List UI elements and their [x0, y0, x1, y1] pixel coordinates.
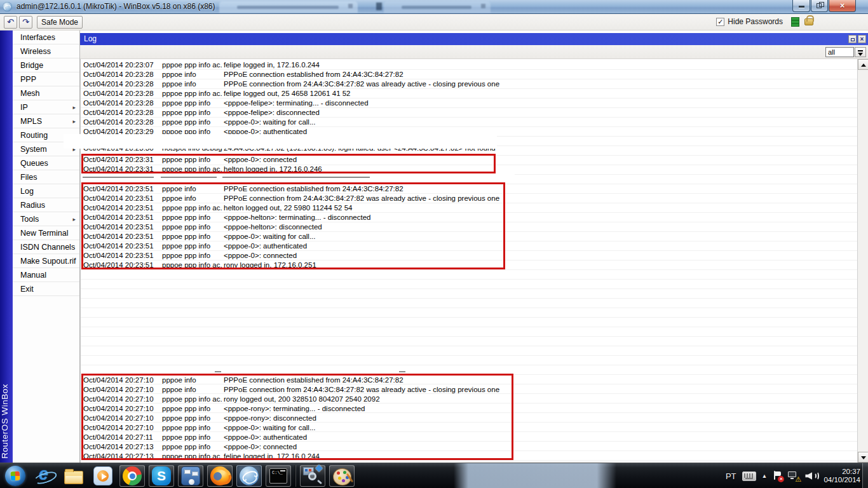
log-restore-button[interactable]	[848, 35, 857, 43]
log-cell: felipe logged out, 25 4658 12061 41 52	[224, 89, 856, 98]
taskbar-button-firefox[interactable]	[207, 465, 233, 487]
log-row[interactable]: Oct/04/2014 20:23:07pppoe ppp info ac...…	[82, 60, 857, 70]
network-status-icon[interactable]: ⚠	[788, 471, 799, 481]
taskbar-button-skype[interactable]: S	[149, 465, 174, 487]
scroll-down-icon	[861, 456, 866, 459]
window-titlebar[interactable]: admin@172.16.0.1 (MikroTik) - WinBox v5.…	[0, 0, 868, 14]
routeros-brand-strip: RouterOS WinBox	[0, 30, 13, 463]
control-panel-app-icon	[181, 466, 200, 485]
tab-close-smudge	[348, 4, 353, 8]
hidden-icons-arrow[interactable]: ▲	[762, 473, 768, 479]
minimize-button[interactable]	[792, 0, 810, 12]
windows-logo-icon	[5, 466, 25, 486]
red-annotation-box	[81, 182, 505, 269]
restore-button[interactable]	[811, 0, 828, 12]
taskbar-button-winbox[interactable]	[236, 465, 262, 487]
hide-passwords-control[interactable]: ✓ Hide Passwords	[716, 17, 783, 26]
safe-mode-button[interactable]: Safe Mode	[37, 16, 83, 29]
log-row[interactable]: Oct/04/2014 20:23:28pppoe infoPPPoE conn…	[82, 79, 857, 89]
keyboard-layout-icon[interactable]	[742, 471, 756, 481]
redacted-text-artifact	[215, 371, 221, 372]
log-vertical-scrollbar[interactable]	[857, 59, 868, 463]
hide-passwords-label: Hide Passwords	[728, 17, 783, 26]
sidebar-item-mpls[interactable]: MPLS▸	[13, 114, 79, 128]
clock-date: 04/10/2014	[824, 476, 860, 484]
sidebar-item-log[interactable]: Log	[13, 184, 79, 198]
window-title: admin@172.16.0.1 (MikroTik) - WinBox v5.…	[17, 2, 215, 11]
sidebar-item-tools[interactable]: Tools▸	[13, 212, 79, 226]
dropdown-icon	[858, 50, 863, 51]
sidebar-item-wireless[interactable]: Wireless	[13, 44, 79, 58]
log-cell: Oct/04/2014 20:23:28	[83, 108, 159, 118]
log-row[interactable]: Oct/04/2014 20:23:28pppoe ppp info<pppoe…	[82, 118, 857, 127]
log-cell: <pppoe-felipe>: disconnected	[224, 108, 856, 118]
clock[interactable]: 20:37 04/10/2014	[824, 468, 862, 484]
taskbar-glass-patch	[454, 463, 616, 488]
taskbar-button-network-scanner[interactable]	[300, 465, 325, 487]
sidebar-item-mesh[interactable]: Mesh	[13, 86, 79, 100]
log-window-title: Log	[84, 34, 97, 43]
sidebar-item-radius[interactable]: Radius	[13, 198, 79, 212]
redo-icon: ↷	[22, 17, 29, 27]
log-cell: Oct/04/2014 20:23:28	[83, 98, 159, 108]
sidebar-item-queues[interactable]: Queues	[13, 156, 79, 170]
taskbar-button-media-player[interactable]	[90, 465, 116, 487]
taskbar-button-start-button[interactable]	[3, 465, 28, 487]
background-browser-tab	[384, 1, 491, 13]
background-tab-favicon	[376, 3, 382, 10]
sidebar-item-interfaces[interactable]: Interfaces	[13, 30, 79, 44]
taskbar-button-windows-explorer[interactable]	[61, 465, 86, 487]
sidebar-item-isdn-channels[interactable]: ISDN Channels	[13, 240, 79, 254]
sidebar-item-label: Bridge	[20, 61, 43, 70]
media-player-icon	[93, 466, 112, 485]
log-row[interactable]: Oct/04/2014 20:23:28pppoe ppp info<pppoe…	[82, 108, 857, 118]
taskbar-icons: eS	[3, 463, 355, 488]
sidebar-item-label: MPLS	[20, 117, 42, 126]
sidebar-item-manual[interactable]: Manual	[13, 268, 79, 282]
taskbar-button-chrome[interactable]	[119, 465, 145, 487]
close-button[interactable]: ×	[829, 0, 856, 12]
log-row[interactable]: Oct/04/2014 20:23:28pppoe ppp info ac...…	[82, 89, 857, 98]
internet-explorer-icon: e	[34, 466, 55, 486]
log-close-button[interactable]: ×	[858, 35, 866, 43]
sidebar-item-label: PPP	[20, 75, 36, 84]
log-window-titlebar[interactable]: Log ×	[80, 33, 868, 45]
chrome-icon	[123, 466, 142, 485]
winbox-toolbar: ↶ ↷ Safe Mode ✓ Hide Passwords	[0, 14, 868, 30]
paint-palette-icon	[333, 468, 351, 485]
taskbar-button-paint[interactable]	[329, 465, 355, 487]
log-filter-select[interactable]: all	[825, 47, 854, 57]
sidebar-item-label: ISDN Channels	[20, 243, 75, 252]
log-row[interactable]: Oct/04/2014 20:23:28pppoe ppp info<pppoe…	[82, 98, 857, 108]
log-cell: <pppoe-0>: waiting for call...	[224, 118, 856, 127]
taskbar-button-command-prompt[interactable]	[266, 465, 291, 487]
redo-button[interactable]: ↷	[19, 16, 32, 29]
volume-icon[interactable]	[805, 471, 818, 481]
sidebar-item-make-supout-rif[interactable]: Make Supout.rif	[13, 254, 79, 268]
log-cell: Oct/04/2014 20:23:07	[83, 60, 159, 70]
sidebar-item-exit[interactable]: Exit	[13, 282, 79, 296]
blurred-tab-text	[402, 6, 471, 9]
taskbar-button-internet-explorer[interactable]: e	[32, 465, 57, 487]
log-cell: pppoe info	[162, 79, 222, 89]
language-indicator[interactable]: PT	[726, 471, 736, 481]
undo-button[interactable]: ↶	[4, 16, 17, 29]
sidebar-item-files[interactable]: Files	[13, 170, 79, 184]
log-cell: PPPoE connection from 24:A4:3C:84:27:82 …	[224, 79, 856, 89]
undo-icon: ↶	[7, 17, 14, 27]
scroll-down-button[interactable]	[858, 452, 868, 463]
log-filter-dropdown-button[interactable]	[855, 47, 866, 57]
winbox-icon	[240, 466, 259, 485]
sidebar-item-ppp[interactable]: PPP	[13, 72, 79, 86]
scroll-up-button[interactable]	[858, 59, 868, 70]
log-row[interactable]: Oct/04/2014 20:23:28pppoe infoPPPoE conn…	[82, 70, 857, 79]
hide-passwords-checkbox[interactable]: ✓	[716, 18, 724, 26]
sidebar-item-new-terminal[interactable]: New Terminal	[13, 226, 79, 240]
submenu-arrow-icon: ▸	[72, 100, 76, 114]
taskbar-button-control-panel-app[interactable]	[178, 465, 203, 487]
show-desktop-button[interactable]	[862, 463, 868, 488]
sidebar-item-bridge[interactable]: Bridge	[13, 58, 79, 72]
action-center-flag-icon[interactable]: ×	[773, 471, 782, 481]
sidebar-item-ip[interactable]: IP▸	[13, 100, 79, 114]
skype-icon: S	[152, 466, 171, 485]
